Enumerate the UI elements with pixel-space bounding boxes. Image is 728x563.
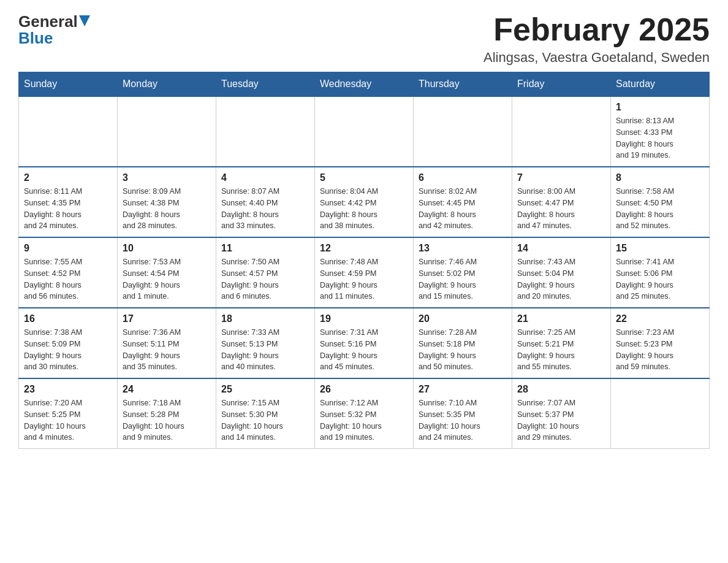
day-number: 24 [123,384,211,395]
table-row: 4Sunrise: 8:07 AMSunset: 4:40 PMDaylight… [216,167,315,237]
day-info: Sunrise: 7:53 AMSunset: 4:54 PMDaylight:… [123,256,211,302]
calendar-week-row: 9Sunrise: 7:55 AMSunset: 4:52 PMDaylight… [19,237,710,308]
table-row: 22Sunrise: 7:23 AMSunset: 5:23 PMDayligh… [611,308,710,378]
calendar-table: Sunday Monday Tuesday Wednesday Thursday… [18,72,710,449]
table-row: 7Sunrise: 8:00 AMSunset: 4:47 PMDaylight… [512,167,611,237]
table-row: 15Sunrise: 7:41 AMSunset: 5:06 PMDayligh… [611,237,710,308]
day-info: Sunrise: 7:58 AMSunset: 4:50 PMDaylight:… [616,186,704,232]
logo-triangle-icon [79,15,90,29]
day-info: Sunrise: 8:13 AMSunset: 4:33 PMDaylight:… [616,115,704,161]
day-number: 25 [221,384,309,395]
day-number: 20 [419,313,507,324]
table-row [118,96,216,167]
page-header: General Blue February 2025 Alingsas, Vae… [18,12,710,66]
day-info: Sunrise: 8:07 AMSunset: 4:40 PMDaylight:… [221,186,309,232]
table-row: 11Sunrise: 7:50 AMSunset: 4:57 PMDayligh… [216,237,315,308]
day-number: 19 [320,313,408,324]
col-saturday: Saturday [611,72,710,97]
location: Alingsas, Vaestra Goetaland, Sweden [483,50,710,66]
day-number: 12 [320,243,408,254]
table-row: 6Sunrise: 8:02 AMSunset: 4:45 PMDaylight… [414,167,512,237]
day-info: Sunrise: 7:25 AMSunset: 5:21 PMDaylight:… [517,327,605,373]
day-info: Sunrise: 7:43 AMSunset: 5:04 PMDaylight:… [517,256,605,302]
table-row [611,378,710,449]
day-info: Sunrise: 7:28 AMSunset: 5:18 PMDaylight:… [419,327,507,373]
table-row: 21Sunrise: 7:25 AMSunset: 5:21 PMDayligh… [512,308,611,378]
table-row: 27Sunrise: 7:10 AMSunset: 5:35 PMDayligh… [414,378,512,449]
day-info: Sunrise: 8:02 AMSunset: 4:45 PMDaylight:… [419,186,507,232]
table-row: 23Sunrise: 7:20 AMSunset: 5:25 PMDayligh… [19,378,118,449]
day-number: 6 [419,172,507,183]
table-row: 16Sunrise: 7:38 AMSunset: 5:09 PMDayligh… [19,308,118,378]
table-row: 25Sunrise: 7:15 AMSunset: 5:30 PMDayligh… [216,378,315,449]
day-number: 26 [320,384,408,395]
day-info: Sunrise: 7:07 AMSunset: 5:37 PMDaylight:… [517,397,605,443]
day-number: 14 [517,243,605,254]
table-row [19,96,118,167]
day-info: Sunrise: 7:31 AMSunset: 5:16 PMDaylight:… [320,327,408,373]
day-number: 23 [24,384,112,395]
day-info: Sunrise: 7:48 AMSunset: 4:59 PMDaylight:… [320,256,408,302]
calendar-week-row: 1Sunrise: 8:13 AMSunset: 4:33 PMDaylight… [19,96,710,167]
day-info: Sunrise: 7:55 AMSunset: 4:52 PMDaylight:… [24,256,112,302]
col-thursday: Thursday [414,72,512,97]
table-row: 8Sunrise: 7:58 AMSunset: 4:50 PMDaylight… [611,167,710,237]
day-info: Sunrise: 8:00 AMSunset: 4:47 PMDaylight:… [517,186,605,232]
day-info: Sunrise: 7:20 AMSunset: 5:25 PMDaylight:… [24,397,112,443]
day-info: Sunrise: 7:12 AMSunset: 5:32 PMDaylight:… [320,397,408,443]
table-row: 17Sunrise: 7:36 AMSunset: 5:11 PMDayligh… [118,308,216,378]
logo-blue: Blue [18,29,53,48]
calendar-week-row: 16Sunrise: 7:38 AMSunset: 5:09 PMDayligh… [19,308,710,378]
table-row: 1Sunrise: 8:13 AMSunset: 4:33 PMDaylight… [611,96,710,167]
day-number: 2 [24,172,112,183]
day-number: 10 [123,243,211,254]
day-number: 27 [419,384,507,395]
day-number: 1 [616,102,704,113]
day-number: 16 [24,313,112,324]
day-info: Sunrise: 7:38 AMSunset: 5:09 PMDaylight:… [24,327,112,373]
calendar-header-row: Sunday Monday Tuesday Wednesday Thursday… [19,72,710,97]
day-info: Sunrise: 7:33 AMSunset: 5:13 PMDaylight:… [221,327,309,373]
table-row: 3Sunrise: 8:09 AMSunset: 4:38 PMDaylight… [118,167,216,237]
title-section: February 2025 Alingsas, Vaestra Goetalan… [483,12,710,66]
table-row: 28Sunrise: 7:07 AMSunset: 5:37 PMDayligh… [512,378,611,449]
month-title: February 2025 [483,12,710,47]
day-number: 13 [419,243,507,254]
day-info: Sunrise: 7:15 AMSunset: 5:30 PMDaylight:… [221,397,309,443]
col-monday: Monday [118,72,216,97]
col-wednesday: Wednesday [315,72,414,97]
svg-marker-0 [79,15,90,26]
table-row: 19Sunrise: 7:31 AMSunset: 5:16 PMDayligh… [315,308,414,378]
table-row: 9Sunrise: 7:55 AMSunset: 4:52 PMDaylight… [19,237,118,308]
day-number: 15 [616,243,704,254]
day-number: 5 [320,172,408,183]
col-tuesday: Tuesday [216,72,315,97]
day-info: Sunrise: 7:50 AMSunset: 4:57 PMDaylight:… [221,256,309,302]
day-number: 22 [616,313,704,324]
table-row: 26Sunrise: 7:12 AMSunset: 5:32 PMDayligh… [315,378,414,449]
day-info: Sunrise: 7:46 AMSunset: 5:02 PMDaylight:… [419,256,507,302]
logo: General Blue [18,12,90,48]
day-number: 4 [221,172,309,183]
day-number: 7 [517,172,605,183]
calendar-week-row: 2Sunrise: 8:11 AMSunset: 4:35 PMDaylight… [19,167,710,237]
calendar-week-row: 23Sunrise: 7:20 AMSunset: 5:25 PMDayligh… [19,378,710,449]
table-row [512,96,611,167]
col-sunday: Sunday [19,72,118,97]
col-friday: Friday [512,72,611,97]
day-number: 21 [517,313,605,324]
day-info: Sunrise: 8:09 AMSunset: 4:38 PMDaylight:… [123,186,211,232]
table-row: 13Sunrise: 7:46 AMSunset: 5:02 PMDayligh… [414,237,512,308]
table-row: 20Sunrise: 7:28 AMSunset: 5:18 PMDayligh… [414,308,512,378]
day-info: Sunrise: 7:23 AMSunset: 5:23 PMDaylight:… [616,327,704,373]
table-row: 14Sunrise: 7:43 AMSunset: 5:04 PMDayligh… [512,237,611,308]
table-row: 10Sunrise: 7:53 AMSunset: 4:54 PMDayligh… [118,237,216,308]
day-info: Sunrise: 7:36 AMSunset: 5:11 PMDaylight:… [123,327,211,373]
day-number: 28 [517,384,605,395]
table-row [414,96,512,167]
day-info: Sunrise: 8:11 AMSunset: 4:35 PMDaylight:… [24,186,112,232]
table-row: 2Sunrise: 8:11 AMSunset: 4:35 PMDaylight… [19,167,118,237]
table-row [315,96,414,167]
day-number: 18 [221,313,309,324]
day-number: 8 [616,172,704,183]
